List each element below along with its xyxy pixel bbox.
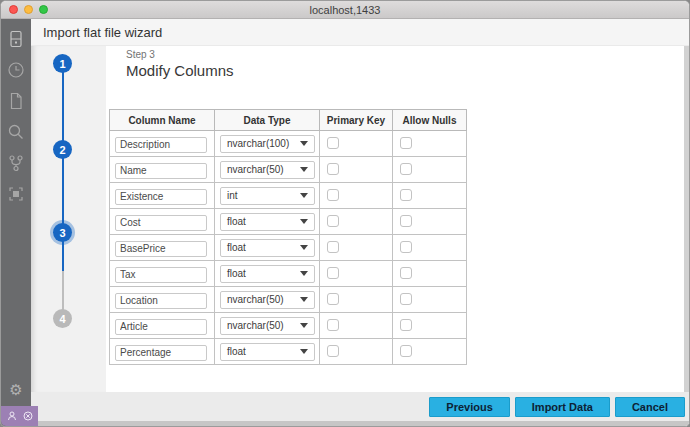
search-icon[interactable] <box>1 116 31 147</box>
titlebar: localhost,1433 <box>1 1 689 19</box>
cancel-button[interactable]: Cancel <box>615 397 685 417</box>
allow-nulls-checkbox[interactable] <box>400 267 412 279</box>
data-type-value: float <box>227 242 246 253</box>
column-name-input[interactable] <box>115 319 207 335</box>
data-type-dropdown[interactable]: nvarchar(50) <box>220 161 315 179</box>
data-type-value: nvarchar(50) <box>227 294 284 305</box>
column-header-datatype: Data Type <box>215 110 320 131</box>
chevron-down-icon <box>300 323 308 328</box>
window-title: localhost,1433 <box>310 4 381 16</box>
table-row: float <box>110 261 467 287</box>
step-4-indicator: 4 <box>53 309 72 328</box>
page-title: Modify Columns <box>126 62 234 79</box>
servers-icon[interactable] <box>1 23 31 54</box>
primary-key-checkbox[interactable] <box>327 163 339 175</box>
chevron-down-icon <box>300 193 308 198</box>
account-icon[interactable] <box>7 407 17 425</box>
step-rail: 1 2 3 4 <box>31 46 106 392</box>
step-label: Step 3 <box>126 49 155 60</box>
table-row: nvarchar(50) <box>110 287 467 313</box>
minimize-button[interactable] <box>24 5 33 14</box>
previous-button[interactable]: Previous <box>429 397 509 417</box>
data-type-dropdown[interactable]: nvarchar(100) <box>220 135 315 153</box>
column-header-primarykey: Primary Key <box>320 110 393 131</box>
activity-bar: ⚙ <box>1 19 31 427</box>
chevron-down-icon <box>300 297 308 302</box>
wizard-title: Import flat file wizard <box>43 25 162 40</box>
primary-key-checkbox[interactable] <box>327 293 339 305</box>
import-data-button[interactable]: Import Data <box>515 397 610 417</box>
allow-nulls-checkbox[interactable] <box>400 319 412 331</box>
allow-nulls-checkbox[interactable] <box>400 241 412 253</box>
chevron-down-icon <box>300 245 308 250</box>
primary-key-checkbox[interactable] <box>327 215 339 227</box>
allow-nulls-checkbox[interactable] <box>400 293 412 305</box>
source-control-icon[interactable] <box>1 147 31 178</box>
window-bottom-edge <box>31 421 689 427</box>
chevron-down-icon <box>300 141 308 146</box>
primary-key-checkbox[interactable] <box>327 241 339 253</box>
status-bar <box>1 406 38 426</box>
step-3-indicator: 3 <box>53 223 72 242</box>
primary-key-checkbox[interactable] <box>327 137 339 149</box>
table-row: int <box>110 183 467 209</box>
primary-key-checkbox[interactable] <box>327 345 339 357</box>
column-name-input[interactable] <box>115 189 207 205</box>
traffic-lights <box>9 5 48 14</box>
data-type-value: int <box>227 190 238 201</box>
table-row: float <box>110 209 467 235</box>
data-type-dropdown[interactable]: float <box>220 265 315 283</box>
extensions-icon[interactable] <box>1 178 31 209</box>
column-name-input[interactable] <box>115 215 207 231</box>
settings-gear-icon[interactable]: ⚙ <box>1 374 31 405</box>
step-2-indicator: 2 <box>53 140 72 159</box>
data-type-dropdown[interactable]: nvarchar(50) <box>220 317 315 335</box>
chevron-down-icon <box>300 167 308 172</box>
chevron-down-icon <box>300 349 308 354</box>
primary-key-checkbox[interactable] <box>327 319 339 331</box>
file-icon[interactable] <box>1 85 31 116</box>
allow-nulls-checkbox[interactable] <box>400 137 412 149</box>
data-type-value: nvarchar(100) <box>227 138 289 149</box>
close-button[interactable] <box>9 5 18 14</box>
allow-nulls-checkbox[interactable] <box>400 215 412 227</box>
allow-nulls-checkbox[interactable] <box>400 345 412 357</box>
allow-nulls-checkbox[interactable] <box>400 189 412 201</box>
column-name-input[interactable] <box>115 293 207 309</box>
column-header-allownulls: Allow Nulls <box>393 110 467 131</box>
wizard-dialog: Import flat file wizard 1 2 3 4 Step 3 M… <box>31 19 689 427</box>
data-type-value: float <box>227 216 246 227</box>
chevron-down-icon <box>300 219 308 224</box>
table-row: nvarchar(50) <box>110 313 467 339</box>
column-header-name: Column Name <box>110 110 215 131</box>
zoom-button[interactable] <box>39 5 48 14</box>
table-row: float <box>110 235 467 261</box>
primary-key-checkbox[interactable] <box>327 267 339 279</box>
app-window: localhost,1433 <box>0 0 690 427</box>
data-type-dropdown[interactable]: float <box>220 343 315 361</box>
data-type-dropdown[interactable]: int <box>220 187 315 205</box>
wizard-header: Import flat file wizard <box>31 19 689 46</box>
error-icon[interactable] <box>23 407 33 425</box>
data-type-dropdown[interactable]: nvarchar(50) <box>220 291 315 309</box>
step-1-indicator: 1 <box>53 54 72 73</box>
wizard-content: Step 3 Modify Columns Column Name Data T… <box>106 46 689 392</box>
column-name-input[interactable] <box>115 345 207 361</box>
column-name-input[interactable] <box>115 241 207 257</box>
chevron-down-icon <box>300 271 308 276</box>
allow-nulls-checkbox[interactable] <box>400 163 412 175</box>
data-type-value: nvarchar(50) <box>227 320 284 331</box>
data-type-dropdown[interactable]: float <box>220 213 315 231</box>
table-row: nvarchar(100) <box>110 131 467 157</box>
data-type-value: float <box>227 268 246 279</box>
column-name-input[interactable] <box>115 137 207 153</box>
primary-key-checkbox[interactable] <box>327 189 339 201</box>
column-name-input[interactable] <box>115 267 207 283</box>
wizard-footer: Previous Import Data Cancel <box>31 392 689 421</box>
window-right-edge <box>684 46 689 392</box>
column-name-input[interactable] <box>115 163 207 179</box>
data-type-dropdown[interactable]: float <box>220 239 315 257</box>
history-clock-icon[interactable] <box>1 54 31 85</box>
table-row: float <box>110 339 467 365</box>
data-type-value: float <box>227 346 246 357</box>
